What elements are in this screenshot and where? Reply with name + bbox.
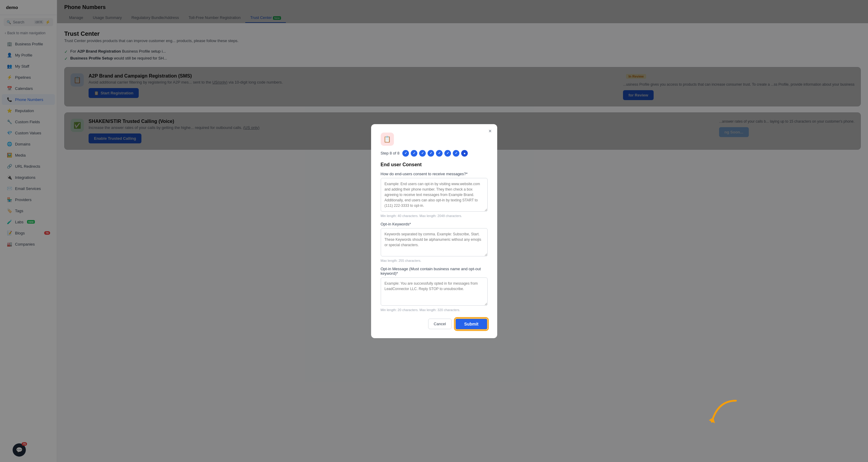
step-7: ✓ [453, 150, 459, 156]
optin-message-label: Opt-in Message (Must contain business na… [381, 267, 488, 276]
submit-button[interactable]: Submit [455, 318, 487, 330]
consent-hint: Min length: 40 characters. Max length: 2… [381, 214, 488, 218]
modal-icon: 📋 [381, 133, 394, 146]
step-5: ✓ [436, 150, 442, 156]
modal-overlay: × 📋 Step 8 of 8 ✓ ✓ ✓ ✓ ✓ ✓ ✓ ● End user… [0, 0, 868, 462]
step-4: ✓ [428, 150, 434, 156]
modal-close-button[interactable]: × [489, 128, 492, 134]
step-2: ✓ [411, 150, 417, 156]
optin-message-hint: Min length: 20 characters. Max length: 3… [381, 308, 488, 312]
step-6: ✓ [444, 150, 451, 156]
step-1: ✓ [402, 150, 409, 156]
consent-textarea[interactable] [381, 178, 488, 212]
optin-message-textarea[interactable] [381, 278, 488, 306]
step-label: Step 8 of 8 [381, 151, 400, 155]
cancel-button[interactable]: Cancel [428, 319, 452, 329]
step-indicator: Step 8 of 8 ✓ ✓ ✓ ✓ ✓ ✓ ✓ ● [381, 150, 488, 156]
optin-keywords-label: Opt-in Keywords* [381, 222, 488, 226]
optin-keywords-textarea[interactable] [381, 228, 488, 256]
consent-label: How do end-users consent to receive mess… [381, 172, 488, 176]
step-8: ● [461, 150, 468, 156]
modal-title: End user Consent [381, 162, 488, 167]
step-3: ✓ [419, 150, 426, 156]
optin-keywords-hint: Max length: 255 characters. [381, 259, 488, 262]
modal-actions: Cancel Submit [381, 318, 488, 330]
modal: × 📋 Step 8 of 8 ✓ ✓ ✓ ✓ ✓ ✓ ✓ ● End user… [371, 124, 497, 338]
